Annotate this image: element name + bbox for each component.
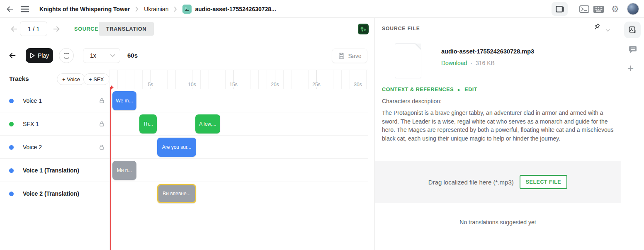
ruler-tick xyxy=(333,70,333,89)
characters-description-label: Characters description: xyxy=(382,98,442,104)
ruler-tick xyxy=(242,70,242,89)
add-panel-icon[interactable]: + xyxy=(627,63,634,73)
ruler-tick xyxy=(341,70,342,89)
characters-description-body: The Protagonist is a brave ginger tabby,… xyxy=(382,109,617,143)
topbar: Knights of the Whispering Tower Ukrainia… xyxy=(0,0,644,18)
media-audio-panel-icon[interactable] xyxy=(624,22,641,38)
settings-gear-icon[interactable]: ⚙ xyxy=(611,3,619,15)
source-file-meta: Download · 316 KB xyxy=(441,60,495,66)
meta-separator: · xyxy=(470,60,472,66)
pager-prev-icon[interactable] xyxy=(9,24,19,34)
context-references-header: CONTEXT & REFERENCES ▸ EDIT xyxy=(382,87,477,92)
stop-button[interactable] xyxy=(59,48,74,63)
menu-icon[interactable] xyxy=(20,5,30,14)
page-indicator[interactable]: 1 / 1 xyxy=(20,22,47,36)
page-indicator-value: 1 / 1 xyxy=(27,25,39,32)
pin-icon[interactable] xyxy=(593,23,601,33)
track-name: Voice 1 (Translation) xyxy=(23,159,79,182)
pager-next-icon[interactable] xyxy=(51,24,61,34)
chevron-down-icon xyxy=(110,54,115,57)
ruler-tick xyxy=(184,70,184,89)
ruler-tick-label: 15s xyxy=(228,82,238,87)
play-icon xyxy=(30,53,35,58)
tab-source[interactable]: SOURCE xyxy=(74,26,98,32)
select-file-button[interactable]: SELECT FILE xyxy=(520,175,567,189)
ruler-tick xyxy=(209,70,209,89)
play-button[interactable]: Play xyxy=(26,48,53,63)
green-app-badge-icon[interactable] xyxy=(358,24,369,34)
tab-translation[interactable]: TRANSLATION xyxy=(99,22,154,36)
ruler-tick xyxy=(292,70,292,89)
panel-title: SOURCE FILE xyxy=(382,26,420,32)
timeline-clip[interactable]: Ви впевне... xyxy=(157,184,196,203)
ruler-tick xyxy=(225,70,226,89)
track-name: Voice 2 (Translation) xyxy=(23,182,79,205)
track-name: Voice 1 xyxy=(23,89,42,112)
ruler-tick xyxy=(126,70,126,89)
ruler-tick xyxy=(117,70,118,89)
lock-icon[interactable] xyxy=(99,121,105,129)
track-name: Voice 2 xyxy=(23,136,42,159)
ruler-tick xyxy=(325,70,325,89)
back-icon[interactable] xyxy=(5,4,15,14)
speed-select[interactable]: 1x xyxy=(83,48,120,63)
terminal-icon[interactable] xyxy=(578,4,590,14)
timeline-back-icon[interactable] xyxy=(7,51,17,61)
ruler-tick xyxy=(267,70,267,89)
dropzone-hint: Drag localized file here (*.mp3) xyxy=(428,179,514,186)
stop-icon xyxy=(64,53,69,58)
add-sfx-button[interactable]: + SFX xyxy=(83,73,109,85)
caret-right-icon: ▸ xyxy=(458,87,460,92)
timeline-clip[interactable]: Are you sur... xyxy=(157,138,196,157)
breadcrumb-asset-label: audio-asset-1755242630728... xyxy=(195,6,276,12)
edit-link[interactable]: EDIT xyxy=(464,87,477,92)
track-color-dot xyxy=(9,192,14,196)
breadcrumb-project[interactable]: Knights of the Whispering Tower xyxy=(39,6,130,12)
track-color-dot xyxy=(9,122,14,126)
ruler-tick-label: 20s xyxy=(270,82,280,87)
track-color-dot xyxy=(9,168,14,173)
playhead[interactable] xyxy=(110,87,111,250)
timeline-clip[interactable]: A low,... xyxy=(195,114,220,133)
ruler-tick xyxy=(142,70,143,89)
ruler-tick xyxy=(300,70,300,89)
panel-toggle-icon[interactable] xyxy=(552,2,568,16)
track-row: Voice 1 xyxy=(0,89,368,112)
ruler-tick xyxy=(167,70,168,89)
comments-icon[interactable] xyxy=(627,45,638,55)
lock-icon[interactable] xyxy=(99,97,105,106)
save-label: Save xyxy=(348,53,362,59)
timeline-clip[interactable]: We m... xyxy=(112,91,136,110)
download-link[interactable]: Download xyxy=(441,60,467,66)
chevron-right-icon xyxy=(135,7,139,12)
media-asset-icon xyxy=(182,5,192,14)
ruler-tick xyxy=(258,70,259,89)
file-size: 316 KB xyxy=(476,60,495,66)
play-label: Play xyxy=(38,52,49,59)
ruler-tick-label: 25s xyxy=(311,82,321,87)
duration-label: 60s xyxy=(127,52,138,59)
track-row: SFX 1 xyxy=(0,112,368,136)
breadcrumb-asset[interactable]: audio-asset-1755242630728... xyxy=(182,5,276,14)
no-translations-message: No translations suggested yet xyxy=(375,219,621,226)
chevron-down-icon[interactable] xyxy=(606,26,610,34)
localized-file-dropzone[interactable]: Drag localized file here (*.mp3) SELECT … xyxy=(375,161,621,203)
keyboard-icon[interactable] xyxy=(593,5,604,14)
timeline-clip[interactable]: Th... xyxy=(139,114,157,133)
ruler-tick xyxy=(217,70,217,89)
tracks-header: Tracks + Voice + SFX xyxy=(0,70,109,89)
track-name: SFX 1 xyxy=(23,112,39,136)
ruler-tick xyxy=(200,70,201,89)
ruler-tick-label: 30s xyxy=(352,82,363,87)
save-button[interactable]: Save xyxy=(332,49,367,63)
context-references-label[interactable]: CONTEXT & REFERENCES xyxy=(382,87,454,92)
user-avatar[interactable] xyxy=(627,3,639,15)
timeline-clip[interactable]: Ми п... xyxy=(112,161,136,180)
lock-icon[interactable] xyxy=(99,144,105,152)
right-rail: + xyxy=(621,18,644,250)
breadcrumb-language[interactable]: Ukrainian xyxy=(144,6,168,12)
ruler-tick-label: 10s xyxy=(187,82,197,87)
ruler-tick xyxy=(366,70,367,89)
timeline-ruler[interactable]: 5s10s15s20s25s30s xyxy=(109,70,368,89)
add-voice-button[interactable]: + Voice xyxy=(57,73,85,85)
